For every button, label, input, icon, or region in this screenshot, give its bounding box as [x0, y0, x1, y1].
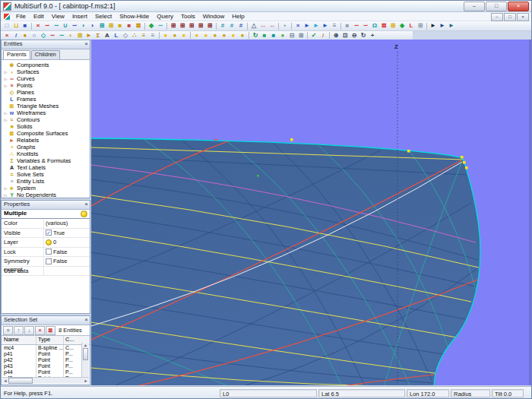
scrollbar-thumb[interactable] [8, 378, 33, 384]
separator[interactable] [144, 23, 145, 30]
gridbox-tool-icon[interactable]: ⊞ [416, 22, 425, 30]
mdi-minimize-button[interactable]: – [491, 13, 503, 21]
keyboard-icon[interactable]: ▪ [280, 22, 290, 30]
insert-curve-icon[interactable]: ∼ [48, 32, 57, 40]
render-view-icon[interactable]: ⊞ [187, 22, 196, 30]
flag-dark-icon[interactable]: ► [321, 22, 330, 30]
flag-teal-icon[interactable]: ► [312, 22, 321, 30]
table-row[interactable]: p44 Point P... [2, 369, 82, 375]
insert-list-icon[interactable]: ≡ [148, 32, 157, 40]
expand-arrow-icon[interactable]: ▷ [3, 186, 8, 191]
book-green-icon[interactable]: ■ [260, 32, 269, 40]
tree-item[interactable]: ▷ ∼ Curves [3, 75, 90, 82]
separator[interactable] [166, 23, 167, 30]
separator[interactable] [159, 32, 160, 39]
tree-item[interactable]: ▷ ≈ Contours [3, 116, 90, 123]
menu-item[interactable]: Show-Hide [116, 13, 153, 20]
xbox-tool-icon[interactable]: ⊠ [379, 22, 388, 30]
property-control-icon[interactable] [46, 249, 52, 255]
edit-definition-icon[interactable]: / [318, 32, 328, 40]
table-row[interactable]: mc4 B-spline ... C... [2, 345, 82, 351]
menu-item[interactable]: Insert [68, 13, 91, 20]
menu-item[interactable]: Query [153, 13, 177, 20]
horizontal-scrollbar[interactable]: ◄ ► [2, 377, 89, 384]
property-row[interactable]: Visible True [2, 229, 90, 239]
shaded-view-icon[interactable]: ⊞ [178, 22, 187, 30]
show-icon[interactable]: ● [161, 32, 170, 40]
insert-point-icon[interactable]: × [2, 32, 11, 40]
master-curve-icon[interactable]: ∼ [43, 22, 52, 30]
expand-arrow-icon[interactable]: ▷ [3, 118, 8, 122]
show-all-icon[interactable]: ● [229, 32, 238, 40]
ruler-icon[interactable]: △ [249, 22, 258, 30]
insert-line-icon[interactable]: / [11, 32, 21, 40]
property-control-icon[interactable] [46, 230, 52, 236]
rotate-view-icon[interactable]: ↻ [359, 32, 368, 40]
mesh-surface-icon[interactable]: ⊞ [97, 22, 106, 30]
insert-graph-icon[interactable]: ≡ [139, 32, 148, 40]
surface-icon[interactable]: ◗ [79, 22, 88, 30]
property-row[interactable]: Symmetry exempt False [2, 257, 90, 267]
move-up-icon[interactable]: ↑ [14, 326, 24, 335]
property-row[interactable]: Lock False [2, 248, 90, 258]
multi-pane-view-icon[interactable]: ⊞ [196, 22, 205, 30]
tree-item[interactable]: ▷ ∗ System [3, 185, 90, 192]
insert-frame-icon[interactable]: L [112, 32, 121, 40]
vertical-scrollbar[interactable]: ▲ [81, 343, 89, 378]
curve-tool-icon[interactable]: ∼ [352, 22, 361, 30]
insert-knotlist-icon[interactable]: ∴ [130, 32, 139, 40]
single-pane-view-icon[interactable]: ⊞ [205, 22, 214, 30]
new-file-icon[interactable]: □ [2, 22, 11, 30]
tree-item[interactable]: ▷ L Frames [3, 96, 90, 103]
flag-blue-icon[interactable]: ► [302, 22, 312, 30]
select-entity-icon[interactable]: ► [447, 22, 456, 30]
tree-item[interactable]: ▷ ◇ Planes [3, 89, 90, 96]
tree-item[interactable]: ▷ × Points [3, 82, 90, 89]
book-teal-icon[interactable]: ■ [269, 32, 278, 40]
tree-item[interactable]: ▷ ► Relabels [3, 137, 90, 144]
zoom-out-icon[interactable]: ⊖ [350, 32, 359, 40]
tree-item[interactable]: ▷ ■ Solids [3, 123, 90, 130]
stop-icon[interactable]: ■ [343, 22, 352, 30]
insert-plane-icon[interactable]: ◇ [121, 32, 130, 40]
measure-icon[interactable]: ↔ [258, 22, 268, 30]
insert-magnet-icon[interactable]: ◇ [39, 32, 48, 40]
green-diamond-icon[interactable]: ◆ [397, 22, 407, 30]
expand-arrow-icon[interactable]: ▷ [3, 84, 8, 88]
table-row[interactable]: p41 Point P... [2, 351, 82, 357]
expand-arrow-icon[interactable]: ▷ [3, 70, 8, 74]
insert-snake-icon[interactable]: ∼ [57, 32, 66, 40]
curvature-icon[interactable]: ∼ [361, 22, 370, 30]
zoom-in-icon[interactable]: ⊕ [331, 32, 340, 40]
table-row[interactable]: p43 Point P... [2, 363, 82, 369]
omega-tool-icon[interactable]: Ω [370, 22, 379, 30]
menu-item[interactable]: Window [199, 13, 228, 20]
show-children-icon[interactable]: ● [201, 32, 211, 40]
3d-viewport[interactable]: Z [91, 40, 532, 385]
separator[interactable] [216, 23, 217, 30]
property-row[interactable]: Color (various) [2, 219, 90, 229]
tree-item[interactable]: ▷ ⊕ Components [3, 62, 90, 68]
separator[interactable] [278, 23, 279, 30]
scroll-right-icon[interactable]: ► [83, 378, 89, 383]
separator[interactable] [190, 32, 191, 39]
zoom-window-icon[interactable]: ⊡ [340, 32, 350, 40]
tree-item[interactable]: ▷ ◗ Surfaces [3, 68, 90, 75]
tree-item[interactable]: ▷ ≡ Graphs [3, 144, 90, 150]
move-down-icon[interactable]: ↓ [24, 326, 34, 335]
table-tool-icon[interactable]: ⊞ [296, 32, 306, 40]
mdi-restore-button[interactable]: □ [504, 13, 516, 21]
tab-children[interactable]: Children [31, 50, 60, 59]
tree-item[interactable]: ▷ Y No Dependents [3, 192, 90, 198]
close-icon[interactable]: × [84, 316, 88, 324]
diamond-entity-icon[interactable]: ◆ [147, 22, 156, 30]
property-control-icon[interactable] [46, 258, 52, 264]
wireframe-view-icon[interactable]: ⊞ [169, 22, 178, 30]
composite-icon[interactable]: ⊠ [134, 22, 143, 30]
tree-item[interactable]: ▷ ≡ Entity Lists [3, 178, 90, 185]
menu-item[interactable]: View [48, 13, 68, 20]
bspline-icon[interactable]: ∼ [70, 22, 79, 30]
separator[interactable] [426, 23, 427, 30]
delete-entity-icon[interactable]: × [33, 22, 43, 30]
mdi-close-button[interactable]: × [517, 13, 529, 21]
